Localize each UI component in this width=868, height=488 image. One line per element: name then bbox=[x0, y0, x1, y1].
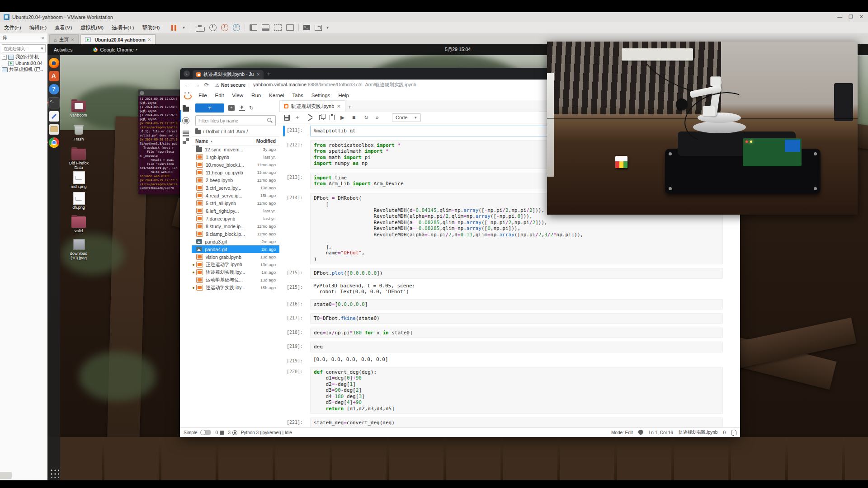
cell-collapser[interactable] bbox=[283, 342, 285, 352]
paste-cell-icon[interactable] bbox=[330, 115, 335, 120]
jupyter-menu-run[interactable]: Run bbox=[247, 93, 265, 98]
back-icon[interactable]: ← bbox=[184, 82, 190, 88]
cell-type-dropdown[interactable]: Code ▼ bbox=[392, 113, 421, 122]
cell-collapser[interactable] bbox=[283, 418, 285, 428]
suspend-dropdown-icon[interactable]: ▾ bbox=[183, 24, 186, 31]
file-row[interactable]: 4.read_servo.ip...15h ago bbox=[192, 192, 279, 199]
stop-kernel-icon[interactable]: ■ bbox=[352, 115, 358, 121]
desktop-icon-old-firefox-data[interactable]: Old Firefox Data bbox=[65, 147, 93, 170]
file-row[interactable]: 6.left_right.ipy...last yr. bbox=[192, 207, 279, 215]
output-cell[interactable]: [215]:PyPlot3D backend, t = 0.05, scene:… bbox=[283, 282, 736, 296]
dock-software-icon[interactable] bbox=[49, 71, 59, 81]
jupyter-menu-view[interactable]: View bbox=[228, 93, 247, 98]
show-library-icon[interactable] bbox=[250, 24, 257, 31]
file-row[interactable]: 1.rgb.ipynblast yr. bbox=[192, 153, 279, 161]
file-row[interactable]: 7.dance.ipynblast yr. bbox=[192, 215, 279, 222]
new-folder-icon[interactable] bbox=[228, 105, 235, 111]
vmware-menu-1[interactable]: 编辑(E) bbox=[25, 22, 51, 33]
vmware-menu-5[interactable]: 帮助(H) bbox=[138, 22, 164, 33]
dock-chrome-icon[interactable] bbox=[49, 137, 59, 148]
vmware-menu-0[interactable]: 文件(F) bbox=[0, 22, 25, 33]
notebook-tab-close-icon[interactable]: ✕ bbox=[337, 104, 340, 109]
vmware-menu-3[interactable]: 虚拟机(M) bbox=[76, 22, 108, 33]
code-cell[interactable]: [221]:state0_deg=convert_deg(deg) bbox=[283, 418, 736, 428]
jupyter-menu-tabs[interactable]: Tabs bbox=[288, 93, 307, 98]
desktop-icon-yahboom[interactable]: yahboom bbox=[65, 99, 93, 117]
new-tab-button[interactable]: + bbox=[267, 70, 271, 77]
cell-collapser[interactable] bbox=[283, 328, 285, 338]
code-cell[interactable]: [217]:T0=DFbot.fkine(state0) bbox=[283, 313, 736, 324]
code-cell[interactable]: [216]:state0=[0,0,0,0,0] bbox=[283, 299, 736, 310]
tab-close-icon[interactable]: ✕ bbox=[71, 38, 75, 42]
cell-collapser[interactable] bbox=[283, 282, 285, 296]
activities-button[interactable]: Activities bbox=[54, 47, 72, 52]
cell-collapser[interactable] bbox=[283, 173, 285, 189]
trust-shield-icon[interactable] bbox=[638, 430, 643, 435]
file-row[interactable]: 轨迹规划实践.ipy...1m ago bbox=[192, 268, 279, 276]
file-row[interactable]: vision grab.ipynb13d ago bbox=[192, 253, 279, 261]
vmware-tab-1[interactable]: Ubuntu20.04 yahboom✕ bbox=[80, 34, 156, 44]
file-row[interactable]: 12.sync_movem...3y ago bbox=[192, 145, 279, 153]
dock-help-icon[interactable] bbox=[49, 84, 59, 94]
app-menu[interactable]: Google Chrome ▾ bbox=[93, 47, 137, 52]
vmware-tab-0[interactable]: ⌂主页✕ bbox=[49, 34, 79, 44]
output-cell[interactable]: [219]:[0.0, 0.0, 0.0, 0.0, 0.0] bbox=[283, 356, 736, 363]
code-cell[interactable]: [219]:deg bbox=[283, 342, 736, 352]
file-row[interactable]: 9.clamp_block.ip...11mo ago bbox=[192, 230, 279, 238]
terminal-titlebar[interactable] bbox=[138, 89, 180, 96]
tab-close-icon[interactable]: ✕ bbox=[256, 72, 260, 77]
revert-snapshot-icon[interactable] bbox=[221, 24, 228, 31]
tab-close-icon[interactable]: ✕ bbox=[148, 38, 151, 42]
copy-cell-icon[interactable] bbox=[319, 115, 324, 120]
modified-header[interactable]: Modified bbox=[256, 138, 276, 144]
dock-editor-icon[interactable] bbox=[49, 111, 59, 122]
chrome-tab[interactable]: 轨迹规划实践.ipynb - Ju ✕ bbox=[193, 70, 264, 79]
desktop-icon-trash[interactable]: Trash bbox=[65, 123, 93, 141]
vmware-menu-4[interactable]: 选项卡(T) bbox=[108, 22, 138, 33]
search-dropdown-icon[interactable]: ▼ bbox=[40, 47, 45, 51]
terminal-count[interactable]: 0 bbox=[216, 430, 218, 435]
jupyter-menu-help[interactable]: Help bbox=[334, 93, 353, 98]
file-row[interactable]: 3.ctrl_servo.ipy...13d ago bbox=[192, 184, 279, 192]
file-row[interactable]: panda3.gif2m ago bbox=[192, 238, 279, 245]
cell-editor[interactable]: DFbot.plot([0,0,0,0,0]) bbox=[310, 268, 723, 279]
cell-collapser[interactable] bbox=[283, 126, 285, 136]
code-cell[interactable]: [218]:deg=[x/np.pi*180 for x in state0] bbox=[283, 328, 736, 338]
kernel-count[interactable]: 3 bbox=[228, 430, 231, 435]
show-applications-icon[interactable] bbox=[49, 468, 59, 478]
vm-tree-item-0[interactable]: −我的计算机 bbox=[0, 54, 47, 60]
desktop-icon-mdh-png[interactable]: mdh.png bbox=[65, 171, 93, 189]
show-thumbnails-icon[interactable] bbox=[262, 24, 269, 31]
jupyter-menu-file[interactable]: File bbox=[194, 93, 211, 98]
breadcrumb[interactable]: / Dofbot / 3.ctrl_Arm / bbox=[192, 129, 279, 136]
notebook-tab[interactable]: 轨迹规划实践.ipynb ✕ bbox=[279, 100, 345, 112]
library-close-icon[interactable]: ✕ bbox=[41, 36, 45, 41]
jupyter-menu-kernel[interactable]: Kernel bbox=[265, 93, 288, 98]
tree-expander-icon[interactable]: − bbox=[2, 55, 7, 60]
new-launcher-button[interactable]: + bbox=[195, 103, 224, 113]
vm-tree-item-1[interactable]: Ubuntu20.04 bbox=[0, 60, 47, 66]
vmware-menu-2[interactable]: 查看(V) bbox=[51, 22, 76, 33]
cell-collapser[interactable] bbox=[283, 268, 285, 279]
snapshot-icon[interactable] bbox=[209, 24, 217, 31]
restart-kernel-icon[interactable]: ↻ bbox=[364, 115, 370, 121]
library-search-input[interactable] bbox=[2, 46, 37, 51]
name-header[interactable]: Name bbox=[195, 138, 208, 144]
file-row[interactable]: 运动学基础与位...13d ago bbox=[192, 276, 279, 284]
cell-editor[interactable]: deg=[x/np.pi*180 for x in state0] bbox=[310, 328, 723, 338]
manage-snapshots-icon[interactable] bbox=[233, 24, 240, 31]
unity-mode-icon[interactable] bbox=[286, 24, 294, 31]
bell-icon[interactable] bbox=[731, 430, 736, 435]
fit-window-icon[interactable] bbox=[315, 25, 322, 31]
security-warning-icon[interactable]: ⚠ bbox=[215, 83, 219, 88]
desktop-icon-valid[interactable]: valid bbox=[65, 215, 93, 233]
run-cell-icon[interactable]: ▶ bbox=[340, 115, 346, 121]
file-row[interactable]: 2.beep.ipynb11mo ago bbox=[192, 176, 279, 184]
cut-cell-icon[interactable] bbox=[307, 115, 313, 121]
minimize-button[interactable]: — bbox=[837, 14, 842, 20]
kernel-status[interactable]: Python 3 (ipykernel) | Idle bbox=[241, 430, 292, 435]
file-filter[interactable] bbox=[195, 115, 276, 126]
fullscreen-icon[interactable] bbox=[274, 24, 282, 31]
dock-terminal-icon[interactable] bbox=[48, 97, 60, 108]
cell-editor[interactable]: state0_deg=convert_deg(deg) bbox=[310, 418, 723, 428]
